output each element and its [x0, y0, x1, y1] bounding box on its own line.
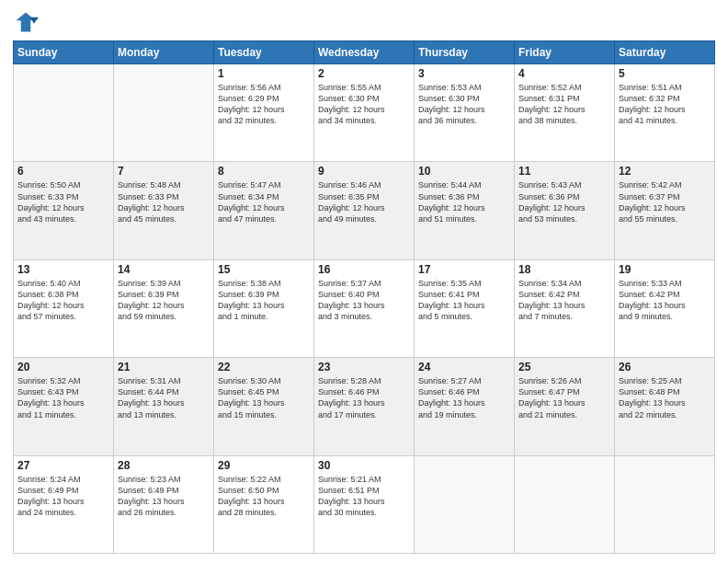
day-info-2: Sunrise: 5:55 AM Sunset: 6:30 PM Dayligh… — [318, 82, 410, 127]
day-number-19: 19 — [619, 263, 711, 276]
calendar-row-3: 13Sunrise: 5:40 AM Sunset: 6:38 PM Dayli… — [14, 259, 715, 357]
day-info-11: Sunrise: 5:43 AM Sunset: 6:36 PM Dayligh… — [518, 179, 610, 224]
calendar-cell-30: 29Sunrise: 5:22 AM Sunset: 6:50 PM Dayli… — [214, 455, 314, 553]
day-info-10: Sunrise: 5:44 AM Sunset: 6:36 PM Dayligh… — [418, 179, 510, 224]
day-info-12: Sunrise: 5:42 AM Sunset: 6:37 PM Dayligh… — [619, 179, 711, 224]
weekday-header-sunday: Sunday — [14, 41, 114, 64]
day-number-22: 22 — [218, 361, 310, 373]
day-number-12: 12 — [619, 165, 711, 178]
day-info-18: Sunrise: 5:34 AM Sunset: 6:42 PM Dayligh… — [518, 278, 610, 323]
calendar-cell-29: 28Sunrise: 5:23 AM Sunset: 6:49 PM Dayli… — [114, 455, 214, 553]
day-number-26: 26 — [619, 361, 711, 373]
day-info-27: Sunrise: 5:24 AM Sunset: 6:49 PM Dayligh… — [17, 474, 109, 519]
weekday-header-wednesday: Wednesday — [314, 41, 415, 64]
weekday-header-saturday: Saturday — [615, 41, 715, 64]
day-number-2: 2 — [318, 67, 410, 80]
day-info-14: Sunrise: 5:39 AM Sunset: 6:39 PM Dayligh… — [118, 278, 210, 323]
day-info-13: Sunrise: 5:40 AM Sunset: 6:38 PM Dayligh… — [17, 278, 109, 323]
calendar-cell-18: 17Sunrise: 5:35 AM Sunset: 6:41 PM Dayli… — [415, 259, 515, 357]
calendar-cell-1 — [114, 64, 214, 162]
day-number-9: 9 — [318, 165, 410, 178]
day-info-28: Sunrise: 5:23 AM Sunset: 6:49 PM Dayligh… — [118, 474, 210, 519]
logo — [13, 9, 42, 35]
header — [13, 9, 715, 35]
calendar-cell-15: 14Sunrise: 5:39 AM Sunset: 6:39 PM Dayli… — [114, 259, 214, 357]
calendar-cell-5: 4Sunrise: 5:52 AM Sunset: 6:31 PM Daylig… — [515, 64, 615, 162]
calendar-cell-24: 23Sunrise: 5:28 AM Sunset: 6:46 PM Dayli… — [314, 358, 415, 455]
day-info-4: Sunrise: 5:52 AM Sunset: 6:31 PM Dayligh… — [518, 82, 610, 127]
day-info-17: Sunrise: 5:35 AM Sunset: 6:41 PM Dayligh… — [418, 278, 510, 323]
calendar-cell-10: 9Sunrise: 5:46 AM Sunset: 6:35 PM Daylig… — [314, 162, 415, 259]
svg-marker-0 — [17, 13, 36, 32]
day-number-18: 18 — [518, 263, 610, 276]
calendar-cell-31: 30Sunrise: 5:21 AM Sunset: 6:51 PM Dayli… — [314, 455, 415, 553]
day-number-17: 17 — [418, 263, 510, 276]
day-number-28: 28 — [118, 459, 210, 472]
day-info-16: Sunrise: 5:37 AM Sunset: 6:40 PM Dayligh… — [318, 278, 410, 323]
calendar-cell-32 — [415, 455, 515, 553]
calendar-cell-11: 10Sunrise: 5:44 AM Sunset: 6:36 PM Dayli… — [415, 162, 515, 259]
day-number-3: 3 — [418, 67, 510, 80]
weekday-header-tuesday: Tuesday — [214, 41, 314, 64]
day-info-22: Sunrise: 5:30 AM Sunset: 6:45 PM Dayligh… — [218, 375, 310, 420]
weekday-header-row: SundayMondayTuesdayWednesdayThursdayFrid… — [14, 41, 715, 64]
calendar-cell-20: 19Sunrise: 5:33 AM Sunset: 6:42 PM Dayli… — [615, 259, 715, 357]
calendar-cell-14: 13Sunrise: 5:40 AM Sunset: 6:38 PM Dayli… — [14, 259, 114, 357]
day-info-19: Sunrise: 5:33 AM Sunset: 6:42 PM Dayligh… — [619, 278, 711, 323]
calendar-cell-34 — [615, 455, 715, 553]
day-number-1: 1 — [218, 67, 310, 80]
calendar-cell-28: 27Sunrise: 5:24 AM Sunset: 6:49 PM Dayli… — [14, 455, 114, 553]
calendar-cell-33 — [515, 455, 615, 553]
day-number-14: 14 — [118, 263, 210, 276]
day-number-7: 7 — [118, 165, 210, 178]
day-info-24: Sunrise: 5:27 AM Sunset: 6:46 PM Dayligh… — [418, 375, 510, 420]
calendar-cell-2: 1Sunrise: 5:56 AM Sunset: 6:29 PM Daylig… — [214, 64, 314, 162]
day-info-20: Sunrise: 5:32 AM Sunset: 6:43 PM Dayligh… — [17, 375, 109, 420]
day-info-15: Sunrise: 5:38 AM Sunset: 6:39 PM Dayligh… — [218, 278, 310, 323]
day-number-11: 11 — [518, 165, 610, 178]
day-number-29: 29 — [218, 459, 310, 472]
logo-icon — [13, 9, 39, 35]
day-info-30: Sunrise: 5:21 AM Sunset: 6:51 PM Dayligh… — [318, 474, 410, 519]
day-info-21: Sunrise: 5:31 AM Sunset: 6:44 PM Dayligh… — [118, 375, 210, 420]
calendar-row-4: 20Sunrise: 5:32 AM Sunset: 6:43 PM Dayli… — [14, 358, 715, 455]
calendar-cell-19: 18Sunrise: 5:34 AM Sunset: 6:42 PM Dayli… — [515, 259, 615, 357]
day-info-6: Sunrise: 5:50 AM Sunset: 6:33 PM Dayligh… — [17, 179, 109, 224]
calendar-cell-8: 7Sunrise: 5:48 AM Sunset: 6:33 PM Daylig… — [114, 162, 214, 259]
day-number-27: 27 — [17, 459, 109, 472]
calendar-cell-4: 3Sunrise: 5:53 AM Sunset: 6:30 PM Daylig… — [415, 64, 515, 162]
day-number-25: 25 — [518, 361, 610, 373]
calendar-table: SundayMondayTuesdayWednesdayThursdayFrid… — [13, 40, 715, 554]
calendar-cell-21: 20Sunrise: 5:32 AM Sunset: 6:43 PM Dayli… — [14, 358, 114, 455]
calendar-cell-13: 12Sunrise: 5:42 AM Sunset: 6:37 PM Dayli… — [615, 162, 715, 259]
day-number-13: 13 — [17, 263, 109, 276]
weekday-header-friday: Friday — [515, 41, 615, 64]
calendar-cell-17: 16Sunrise: 5:37 AM Sunset: 6:40 PM Dayli… — [314, 259, 415, 357]
day-number-24: 24 — [418, 361, 510, 373]
day-number-5: 5 — [619, 67, 711, 80]
day-number-10: 10 — [418, 165, 510, 178]
day-number-6: 6 — [17, 165, 109, 178]
calendar-cell-22: 21Sunrise: 5:31 AM Sunset: 6:44 PM Dayli… — [114, 358, 214, 455]
weekday-header-thursday: Thursday — [415, 41, 515, 64]
calendar-cell-6: 5Sunrise: 5:51 AM Sunset: 6:32 PM Daylig… — [615, 64, 715, 162]
day-info-29: Sunrise: 5:22 AM Sunset: 6:50 PM Dayligh… — [218, 474, 310, 519]
day-info-9: Sunrise: 5:46 AM Sunset: 6:35 PM Dayligh… — [318, 179, 410, 224]
day-number-4: 4 — [518, 67, 610, 80]
calendar-cell-3: 2Sunrise: 5:55 AM Sunset: 6:30 PM Daylig… — [314, 64, 415, 162]
day-number-15: 15 — [218, 263, 310, 276]
day-number-16: 16 — [318, 263, 410, 276]
day-info-7: Sunrise: 5:48 AM Sunset: 6:33 PM Dayligh… — [118, 179, 210, 224]
calendar-cell-12: 11Sunrise: 5:43 AM Sunset: 6:36 PM Dayli… — [515, 162, 615, 259]
day-number-30: 30 — [318, 459, 410, 472]
day-number-21: 21 — [118, 361, 210, 373]
page: SundayMondayTuesdayWednesdayThursdayFrid… — [0, 0, 728, 563]
day-info-1: Sunrise: 5:56 AM Sunset: 6:29 PM Dayligh… — [218, 82, 310, 127]
day-number-20: 20 — [17, 361, 109, 373]
calendar-cell-9: 8Sunrise: 5:47 AM Sunset: 6:34 PM Daylig… — [214, 162, 314, 259]
weekday-header-monday: Monday — [114, 41, 214, 64]
calendar-row-5: 27Sunrise: 5:24 AM Sunset: 6:49 PM Dayli… — [14, 455, 715, 553]
calendar-cell-7: 6Sunrise: 5:50 AM Sunset: 6:33 PM Daylig… — [14, 162, 114, 259]
day-number-8: 8 — [218, 165, 310, 178]
calendar-cell-16: 15Sunrise: 5:38 AM Sunset: 6:39 PM Dayli… — [214, 259, 314, 357]
